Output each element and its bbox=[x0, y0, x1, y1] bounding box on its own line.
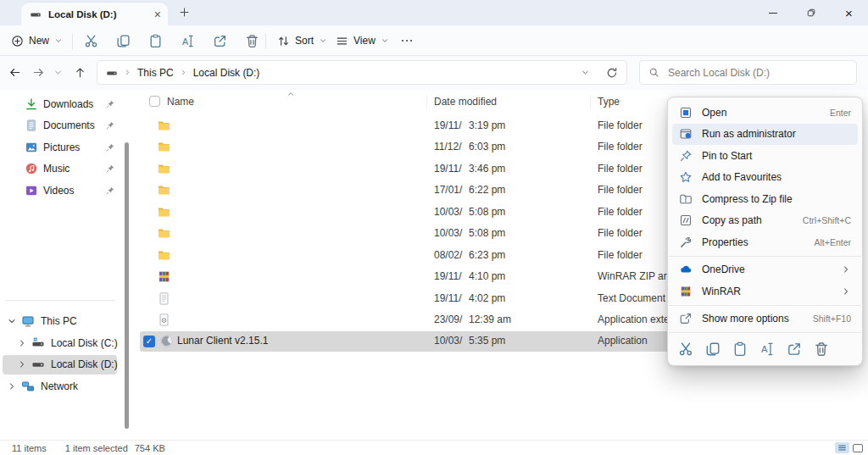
address-bar[interactable]: This PC Local Disk (D:) bbox=[97, 60, 627, 85]
paste-button[interactable] bbox=[139, 31, 171, 51]
file-time: 3:46 pm bbox=[469, 158, 505, 180]
menu-item-copy-as-path[interactable]: Copy as pathCtrl+Shift+C bbox=[672, 210, 858, 232]
chevright-icon[interactable] bbox=[17, 338, 27, 348]
ctx-rename-button[interactable] bbox=[760, 341, 775, 357]
forward-button[interactable] bbox=[32, 66, 45, 79]
new-button-label: New bbox=[29, 35, 49, 47]
menu-separator bbox=[669, 332, 861, 333]
monitor-icon bbox=[21, 314, 35, 328]
menu-item-label: Open bbox=[702, 107, 726, 119]
menu-item-properties[interactable]: PropertiesAlt+Enter bbox=[672, 231, 858, 253]
pin-icon[interactable] bbox=[105, 186, 115, 196]
up-button[interactable] bbox=[74, 66, 86, 79]
new-button[interactable]: New bbox=[11, 31, 63, 51]
drive-icon bbox=[30, 8, 42, 20]
view-toggles bbox=[835, 442, 863, 453]
chevron-down-icon bbox=[381, 36, 389, 45]
menu-item-onedrive[interactable]: OneDrive bbox=[672, 259, 858, 281]
ctx-cut-button[interactable] bbox=[678, 341, 693, 357]
minimize-button[interactable] bbox=[754, 0, 792, 25]
pin-icon[interactable] bbox=[105, 99, 115, 109]
restore-button[interactable] bbox=[792, 0, 830, 25]
menu-item-pin-to-start[interactable]: Pin to Start bbox=[672, 145, 858, 167]
context-menu-quick-actions bbox=[668, 336, 862, 365]
see-more-button[interactable] bbox=[396, 31, 418, 51]
toolbar-actions bbox=[75, 31, 268, 51]
status-bar: 11 items 1 item selected 754 KB bbox=[0, 440, 868, 455]
sort-ascending-icon bbox=[287, 90, 295, 98]
file-date: 10/03/ bbox=[434, 223, 462, 244]
sidebar-item-documents[interactable]: Documents bbox=[0, 115, 124, 137]
file-type: Application bbox=[598, 330, 648, 352]
recent-locations-button[interactable] bbox=[53, 68, 63, 77]
file-time: 5:35 pm bbox=[469, 330, 505, 352]
menu-item-winrar[interactable]: WinRAR bbox=[672, 280, 858, 302]
menu-separator bbox=[669, 256, 861, 257]
new-tab-button[interactable] bbox=[179, 7, 190, 18]
view-button[interactable]: View bbox=[336, 31, 389, 51]
sidebar-item-local-disk-c[interactable]: Local Disk (C:) bbox=[0, 332, 124, 354]
toolbar-divider bbox=[72, 33, 73, 49]
ctx-copy-button[interactable] bbox=[705, 341, 721, 357]
arrow-right-icon bbox=[32, 66, 45, 79]
sidebar-item-label: Local Disk (D:) bbox=[51, 358, 118, 370]
ctx-paste-button[interactable] bbox=[732, 341, 748, 357]
restore-icon bbox=[806, 8, 816, 18]
large-icons-view-toggle[interactable] bbox=[853, 444, 863, 452]
menu-item-label: Compress to Zip file bbox=[702, 193, 793, 205]
checkbox-checked[interactable]: ✓ bbox=[143, 336, 155, 347]
address-dropdown-icon[interactable] bbox=[581, 68, 590, 77]
drive-icon bbox=[31, 358, 45, 371]
details-view-toggle[interactable] bbox=[835, 442, 849, 453]
chevdown-icon[interactable] bbox=[7, 316, 17, 326]
minimize-icon bbox=[769, 13, 777, 14]
sidebar-item-videos[interactable]: Videos bbox=[0, 180, 124, 202]
file-date: 11/12/ bbox=[434, 136, 461, 158]
ctx-share-button[interactable] bbox=[787, 341, 802, 357]
breadcrumb-this-pc[interactable]: This PC bbox=[137, 67, 174, 79]
cut-button[interactable] bbox=[75, 31, 107, 51]
sidebar-item-local-disk-d[interactable]: Local Disk (D:) bbox=[0, 354, 124, 376]
rename-button[interactable] bbox=[171, 31, 203, 51]
onedrive-icon bbox=[679, 263, 693, 276]
search-input[interactable] bbox=[666, 66, 848, 80]
sidebar-item-downloads[interactable]: Downloads bbox=[0, 93, 124, 115]
pin-icon[interactable] bbox=[105, 120, 115, 130]
search-box[interactable] bbox=[639, 60, 857, 85]
menu-item-open[interactable]: OpenEnter bbox=[672, 102, 858, 124]
column-divider[interactable] bbox=[426, 95, 427, 108]
sidebar-scrollbar[interactable] bbox=[125, 142, 129, 429]
paste-icon bbox=[148, 34, 163, 48]
back-button[interactable] bbox=[8, 66, 21, 79]
column-divider[interactable] bbox=[590, 95, 591, 108]
file-type: File folder bbox=[598, 136, 643, 158]
menu-item-run-as-administrator[interactable]: Run as administrator bbox=[672, 124, 858, 146]
sidebar-item-network[interactable]: Network bbox=[0, 375, 124, 397]
share-button[interactable] bbox=[203, 31, 236, 51]
column-header-type[interactable]: Type bbox=[598, 96, 620, 108]
copy-button[interactable] bbox=[107, 31, 139, 51]
sidebar-item-this-pc[interactable]: This PC bbox=[0, 311, 124, 333]
chevright-icon[interactable] bbox=[17, 359, 27, 369]
select-all-checkbox[interactable] bbox=[149, 96, 160, 107]
close-button[interactable]: × bbox=[830, 0, 868, 25]
menu-item-compress-to-zip-file[interactable]: Compress to Zip file bbox=[672, 188, 858, 210]
delete-button[interactable] bbox=[236, 31, 268, 51]
pin-icon[interactable] bbox=[105, 164, 115, 174]
menu-item-show-more-options[interactable]: Show more optionsShift+F10 bbox=[672, 308, 858, 330]
menu-item-add-to-favourites[interactable]: Add to Favourites bbox=[672, 167, 858, 189]
plus-circle-icon bbox=[11, 35, 24, 47]
breadcrumb-local-disk-d[interactable]: Local Disk (D:) bbox=[193, 67, 260, 79]
ctx-delete-button[interactable] bbox=[814, 341, 829, 357]
column-header-name[interactable]: Name bbox=[167, 96, 194, 108]
refresh-icon[interactable] bbox=[606, 67, 618, 79]
file-date: 08/02/ bbox=[434, 245, 462, 266]
pin-icon[interactable] bbox=[105, 142, 115, 153]
tab-close-icon[interactable]: × bbox=[154, 8, 161, 20]
sidebar-item-music[interactable]: Music bbox=[0, 158, 124, 180]
column-header-date-modified[interactable]: Date modified bbox=[434, 96, 497, 108]
chevright-icon[interactable] bbox=[7, 381, 17, 391]
sidebar-item-pictures[interactable]: Pictures bbox=[0, 136, 124, 158]
sort-button[interactable]: Sort bbox=[277, 31, 327, 51]
explorer-tab[interactable]: Local Disk (D:) × bbox=[21, 3, 168, 25]
